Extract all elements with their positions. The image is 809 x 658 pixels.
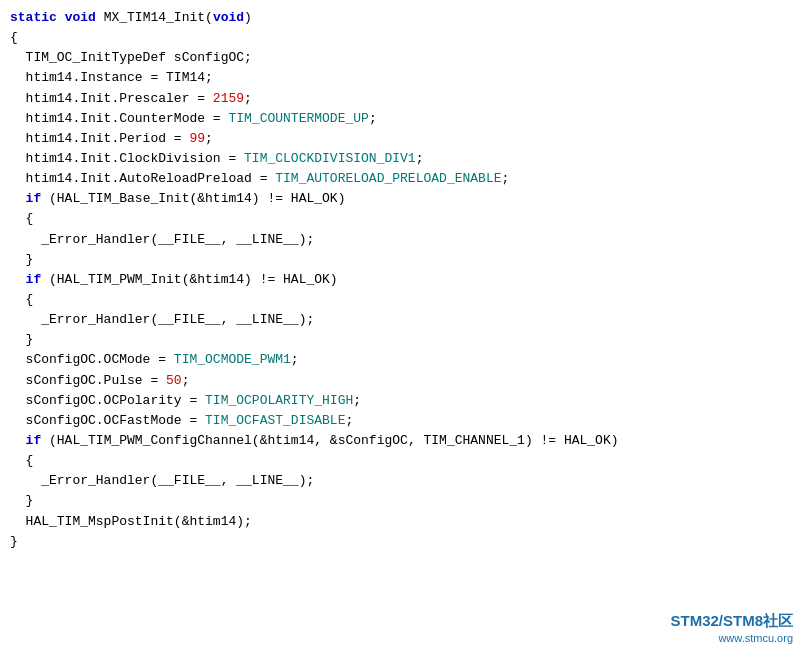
code-line-15: }: [0, 250, 809, 270]
code-container: static void MX_TIM14_Init(void) { TIM_OC…: [0, 0, 809, 658]
code-line-13: {: [0, 209, 809, 229]
code-line-6: htim14.Instance = TIM14;: [0, 68, 809, 88]
code-line-9: htim14.Init.Period = 99;: [0, 129, 809, 149]
code-line-29: }: [0, 491, 809, 511]
code-line-28: _Error_Handler(__FILE__, __LINE__);: [0, 471, 809, 491]
code-line-1: static void MX_TIM14_Init(void): [0, 8, 809, 28]
code-line-22: sConfigOC.OCMode = TIM_OCMODE_PWM1;: [0, 350, 809, 370]
code-line-25: sConfigOC.OCFastMode = TIM_OCFAST_DISABL…: [0, 411, 809, 431]
code-line-17: if (HAL_TIM_PWM_Init(&htim14) != HAL_OK): [0, 270, 809, 290]
code-line-31: HAL_TIM_MspPostInit(&htim14);: [0, 512, 809, 532]
code-line-2: {: [0, 28, 809, 48]
watermark: STM32/STM8社区 www.stmcu.org: [670, 610, 793, 646]
watermark-line2: www.stmcu.org: [670, 631, 793, 646]
code-line-27: {: [0, 451, 809, 471]
code-line-10: htim14.Init.ClockDivision = TIM_CLOCKDIV…: [0, 149, 809, 169]
code-line-14: _Error_Handler(__FILE__, __LINE__);: [0, 230, 809, 250]
code-line-26: if (HAL_TIM_PWM_ConfigChannel(&htim14, &…: [0, 431, 809, 451]
code-line-8: htim14.Init.CounterMode = TIM_COUNTERMOD…: [0, 109, 809, 129]
code-line-23: sConfigOC.Pulse = 50;: [0, 371, 809, 391]
code-line-11: htim14.Init.AutoReloadPreload = TIM_AUTO…: [0, 169, 809, 189]
code-line-19: _Error_Handler(__FILE__, __LINE__);: [0, 310, 809, 330]
watermark-line1: STM32/STM8社区: [670, 610, 793, 631]
code-line-12: if (HAL_TIM_Base_Init(&htim14) != HAL_OK…: [0, 189, 809, 209]
code-line-7: htim14.Init.Prescaler = 2159;: [0, 89, 809, 109]
code-line-33: }: [0, 532, 809, 552]
code-line-20: }: [0, 330, 809, 350]
code-line-4: TIM_OC_InitTypeDef sConfigOC;: [0, 48, 809, 68]
code-line-24: sConfigOC.OCPolarity = TIM_OCPOLARITY_HI…: [0, 391, 809, 411]
code-line-18: {: [0, 290, 809, 310]
